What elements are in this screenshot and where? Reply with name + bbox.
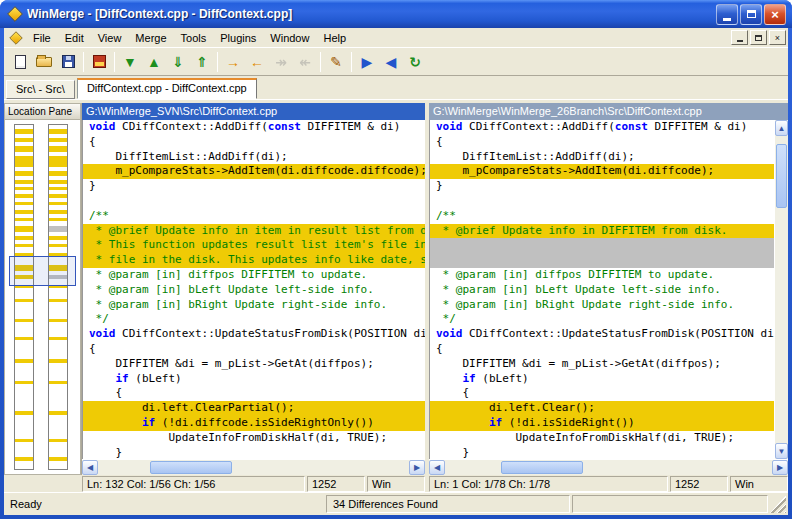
menu-plugins[interactable]: Plugins bbox=[213, 30, 263, 46]
location-diff-mark[interactable] bbox=[15, 180, 33, 184]
location-diff-mark[interactable] bbox=[49, 129, 67, 134]
first-difference-button[interactable]: ⇑ bbox=[190, 51, 214, 73]
scroll-right-arrow-icon[interactable]: ▶ bbox=[409, 460, 425, 475]
location-diff-mark[interactable] bbox=[15, 171, 33, 176]
location-diff-mark[interactable] bbox=[49, 236, 67, 240]
location-view-rect[interactable] bbox=[9, 256, 76, 286]
menu-merge[interactable]: Merge bbox=[128, 30, 173, 46]
location-diff-mark[interactable] bbox=[15, 187, 33, 190]
tab-file-compare[interactable]: DiffContext.cpp - DiffContext.cpp bbox=[77, 78, 257, 99]
last-difference-button[interactable]: ⇓ bbox=[166, 51, 190, 73]
location-diff-mark[interactable] bbox=[15, 146, 33, 152]
scroll-left-arrow-icon[interactable]: ◀ bbox=[82, 460, 98, 475]
menu-help[interactable]: Help bbox=[316, 30, 353, 46]
location-diff-mark[interactable] bbox=[15, 194, 33, 198]
location-diff-mark[interactable] bbox=[15, 138, 33, 142]
location-pane-body[interactable] bbox=[4, 120, 81, 475]
scroll-up-arrow-icon[interactable]: ▲ bbox=[775, 120, 788, 136]
scroll-left-arrow-icon[interactable]: ◀ bbox=[429, 460, 445, 475]
right-code[interactable]: void CDiffContext::AddDiff(const DIFFITE… bbox=[429, 120, 774, 459]
location-bar-left[interactable] bbox=[14, 124, 34, 470]
document-system-icon[interactable] bbox=[9, 31, 23, 45]
location-diff-mark[interactable] bbox=[15, 337, 33, 340]
location-diff-mark[interactable] bbox=[49, 156, 67, 167]
location-diff-mark[interactable] bbox=[15, 411, 33, 415]
location-diff-mark[interactable] bbox=[15, 381, 33, 384]
location-diff-mark[interactable] bbox=[49, 337, 67, 340]
close-button[interactable]: × bbox=[764, 4, 786, 25]
location-diff-mark[interactable] bbox=[15, 236, 33, 240]
copy-all-right-button[interactable]: ▶ bbox=[355, 51, 379, 73]
next-difference-button[interactable]: ▼ bbox=[118, 51, 142, 73]
right-pane-header[interactable]: G:\WinMerge\WinMerge_26Branch\Src\DiffCo… bbox=[429, 103, 788, 120]
location-diff-mark[interactable] bbox=[15, 218, 33, 221]
refresh-button[interactable]: ↻ bbox=[403, 51, 427, 73]
location-diff-mark[interactable] bbox=[49, 457, 67, 461]
left-code[interactable]: void CDiffContext::AddDiff(const DIFFITE… bbox=[82, 120, 425, 459]
title-bar[interactable]: WinMerge - [DiffContext.cpp - DiffContex… bbox=[0, 0, 792, 28]
open-button[interactable] bbox=[32, 51, 56, 73]
left-pane-header[interactable]: G:\WinMerge_SVN\Src\DiffContext.cpp bbox=[82, 103, 425, 120]
select-line-difference-button[interactable]: ✎ bbox=[324, 51, 348, 73]
right-hscroll-track[interactable] bbox=[445, 460, 772, 475]
location-diff-mark[interactable] bbox=[49, 171, 67, 176]
copy-left-button[interactable]: ← bbox=[245, 51, 269, 73]
location-diff-mark[interactable] bbox=[49, 411, 67, 415]
location-diff-mark[interactable] bbox=[15, 439, 33, 442]
menu-edit[interactable]: Edit bbox=[58, 30, 91, 46]
location-diff-mark[interactable] bbox=[15, 202, 33, 205]
location-diff-mark[interactable] bbox=[15, 210, 33, 214]
copy-all-left-button[interactable]: ◀ bbox=[379, 51, 403, 73]
location-diff-mark[interactable] bbox=[15, 457, 33, 461]
mdi-minimize-button[interactable] bbox=[731, 30, 748, 45]
right-vscroll-thumb[interactable] bbox=[776, 144, 787, 208]
location-diff-mark[interactable] bbox=[49, 180, 67, 184]
copy-left-and-advance-button[interactable]: ↞ bbox=[293, 51, 317, 73]
copy-right-and-advance-button[interactable]: ↠ bbox=[269, 51, 293, 73]
location-diff-mark[interactable] bbox=[15, 226, 33, 232]
menu-window[interactable]: Window bbox=[263, 30, 316, 46]
left-hscroll-thumb[interactable] bbox=[150, 461, 232, 474]
scroll-down-arrow-icon[interactable]: ▼ bbox=[775, 443, 788, 459]
location-diff-mark[interactable] bbox=[49, 138, 67, 142]
location-diff-mark[interactable] bbox=[49, 299, 67, 302]
copy-right-button[interactable]: → bbox=[221, 51, 245, 73]
location-diff-mark[interactable] bbox=[15, 299, 33, 302]
location-diff-mark[interactable] bbox=[49, 359, 67, 363]
menu-tools[interactable]: Tools bbox=[174, 30, 214, 46]
tab-folder-compare[interactable]: Src\ - Src\ bbox=[6, 80, 75, 99]
mdi-close-button[interactable]: × bbox=[769, 30, 786, 45]
location-diff-mark[interactable] bbox=[49, 439, 67, 442]
location-pane-title[interactable]: Location Pane bbox=[4, 103, 81, 120]
previous-difference-button[interactable]: ▲ bbox=[142, 51, 166, 73]
minimize-button[interactable] bbox=[716, 4, 738, 25]
right-hscroll-thumb[interactable] bbox=[501, 461, 583, 474]
resize-grip[interactable] bbox=[770, 495, 786, 513]
location-diff-mark[interactable] bbox=[49, 226, 67, 232]
mdi-restore-button[interactable] bbox=[750, 30, 767, 45]
menu-file[interactable]: File bbox=[26, 30, 58, 46]
location-diff-mark[interactable] bbox=[49, 244, 67, 247]
left-hscroll-track[interactable] bbox=[98, 460, 409, 475]
location-diff-mark[interactable] bbox=[49, 187, 67, 190]
location-diff-mark[interactable] bbox=[49, 194, 67, 198]
merge-mode-button[interactable] bbox=[87, 51, 111, 73]
location-diff-mark[interactable] bbox=[15, 319, 33, 322]
save-button[interactable] bbox=[56, 51, 80, 73]
location-diff-mark[interactable] bbox=[15, 156, 33, 167]
location-diff-mark[interactable] bbox=[15, 244, 33, 247]
menu-view[interactable]: View bbox=[91, 30, 129, 46]
location-bar-right[interactable] bbox=[48, 124, 68, 470]
location-diff-mark[interactable] bbox=[49, 218, 67, 221]
location-diff-mark[interactable] bbox=[15, 129, 33, 134]
scroll-right-arrow-icon[interactable]: ▶ bbox=[772, 460, 788, 475]
location-diff-mark[interactable] bbox=[15, 359, 33, 363]
location-diff-mark[interactable] bbox=[49, 210, 67, 214]
right-vscroll-track[interactable] bbox=[775, 136, 788, 443]
location-diff-mark[interactable] bbox=[49, 381, 67, 384]
location-diff-mark[interactable] bbox=[49, 202, 67, 205]
location-diff-mark[interactable] bbox=[49, 319, 67, 322]
new-button[interactable] bbox=[8, 51, 32, 73]
maximize-button[interactable] bbox=[740, 4, 762, 25]
location-diff-mark[interactable] bbox=[49, 146, 67, 152]
